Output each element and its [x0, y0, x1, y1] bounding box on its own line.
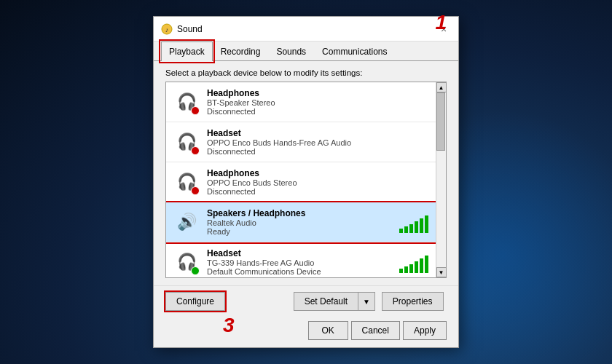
level-bar [420, 258, 423, 273]
tab-sounds[interactable]: Sounds [268, 41, 314, 61]
dialog-body: Select a playback device below to modify… [154, 61, 458, 285]
device-info: Speakers / Headphones Realtek Audio Read… [207, 208, 395, 236]
device-icon-headset-tg339: 🎧 [173, 249, 200, 275]
ok-button[interactable]: OK [308, 321, 348, 340]
sound-icon: ♪ [161, 23, 173, 35]
device-icon-headphones-oppo: 🎧 [173, 169, 200, 195]
device-icon-headset-oppo: 🎧 [173, 129, 200, 155]
instruction-text: Select a playback device below to modify… [165, 68, 447, 77]
device-status: Disconnected [207, 147, 428, 156]
status-dot-disconnected [191, 106, 200, 115]
table-row[interactable]: 🎧 Headset TG-339 Hands-Free AG Audio Def… [166, 242, 436, 277]
apply-button[interactable]: Apply [403, 321, 447, 340]
status-dot-disconnected [191, 186, 200, 195]
table-row[interactable]: 🎧 Headphones BT-Speaker Stereo Disconnec… [166, 82, 436, 122]
set-default-group: Set Default ▼ [294, 292, 375, 311]
device-status: Disconnected [207, 187, 428, 196]
device-icon-speakers: 🔊 [173, 209, 200, 235]
svg-text:♪: ♪ [165, 26, 169, 33]
level-bar [399, 229, 403, 233]
dialog-title: Sound [177, 24, 436, 34]
device-status: Ready [207, 227, 395, 236]
level-bar [425, 215, 428, 233]
table-row[interactable]: 🎧 Headset OPPO Enco Buds Hands-Free AG A… [166, 122, 436, 162]
close-button[interactable]: × [436, 22, 451, 36]
device-sub: OPPO Enco Buds Hands-Free AG Audio [207, 138, 428, 147]
table-row[interactable]: 🔊 Speakers / Headphones Realtek Audio Re… [166, 202, 436, 242]
level-bar [425, 256, 428, 273]
level-bar [420, 218, 423, 233]
device-info: Headset OPPO Enco Buds Hands-Free AG Aud… [207, 128, 428, 156]
scrollbar[interactable]: ▲ ▼ [436, 82, 446, 277]
scroll-down-button[interactable]: ▼ [436, 267, 447, 277]
configure-button[interactable]: Configure [165, 292, 225, 311]
tab-communications[interactable]: Communications [314, 41, 395, 61]
device-sub: OPPO Enco Buds Stereo [207, 178, 428, 187]
device-name: Headset [207, 128, 428, 138]
status-dot-disconnected [191, 146, 200, 155]
device-icon-headphones-bt: 🎧 [173, 89, 200, 115]
device-sub: Realtek Audio [207, 218, 395, 227]
device-info: Headset TG-339 Hands-Free AG Audio Defau… [207, 248, 395, 276]
status-dot-default-comms [191, 266, 200, 275]
cancel-button[interactable]: Cancel [351, 321, 400, 340]
device-sub: BT-Speaker Stereo [207, 98, 428, 107]
dialog-wrapper: ♪ Sound × 1 Playback Recording Sounds Co… [153, 16, 459, 348]
scroll-thumb[interactable] [436, 92, 445, 151]
level-bar [404, 266, 408, 273]
level-bar [409, 264, 413, 273]
dialog-footer: Configure 3 Set Default ▼ Properties [154, 285, 458, 317]
set-default-button[interactable]: Set Default [294, 292, 358, 311]
level-bar [415, 261, 418, 273]
ok-cancel-bar: OK Cancel Apply [154, 317, 458, 347]
device-name: Speakers / Headphones [207, 208, 395, 218]
set-default-dropdown[interactable]: ▼ [358, 292, 375, 311]
level-bar [409, 224, 413, 233]
device-name: Headset [207, 248, 395, 258]
device-status: Default Communications Device [207, 267, 395, 276]
device-sub: TG-339 Hands-Free AG Audio [207, 258, 395, 267]
device-list[interactable]: 🎧 Headphones BT-Speaker Stereo Disconnec… [166, 82, 436, 277]
title-bar: ♪ Sound × 1 [154, 17, 458, 41]
level-bars [399, 251, 428, 273]
device-info: Headphones OPPO Enco Buds Stereo Disconn… [207, 168, 428, 196]
level-bar [404, 226, 408, 233]
tab-recording[interactable]: Recording [213, 41, 269, 61]
device-status: Disconnected [207, 107, 428, 116]
sound-dialog: ♪ Sound × 1 Playback Recording Sounds Co… [153, 16, 459, 348]
annotation-3: 3 [223, 314, 235, 337]
tab-bar: Playback Recording Sounds Communications [154, 41, 458, 61]
device-name: Headphones [207, 88, 428, 98]
properties-button[interactable]: Properties [382, 292, 444, 311]
level-bar [399, 269, 403, 273]
device-name: Headphones [207, 168, 428, 178]
table-row[interactable]: 🎧 Headphones OPPO Enco Buds Stereo Disco… [166, 162, 436, 202]
level-bar [415, 221, 418, 233]
device-list-container: 🎧 Headphones BT-Speaker Stereo Disconnec… [165, 82, 447, 278]
device-info: Headphones BT-Speaker Stereo Disconnecte… [207, 88, 428, 116]
tab-playback[interactable]: Playback [161, 41, 213, 61]
level-bars [399, 211, 428, 233]
scroll-track [436, 92, 446, 267]
scroll-up-button[interactable]: ▲ [436, 82, 447, 92]
